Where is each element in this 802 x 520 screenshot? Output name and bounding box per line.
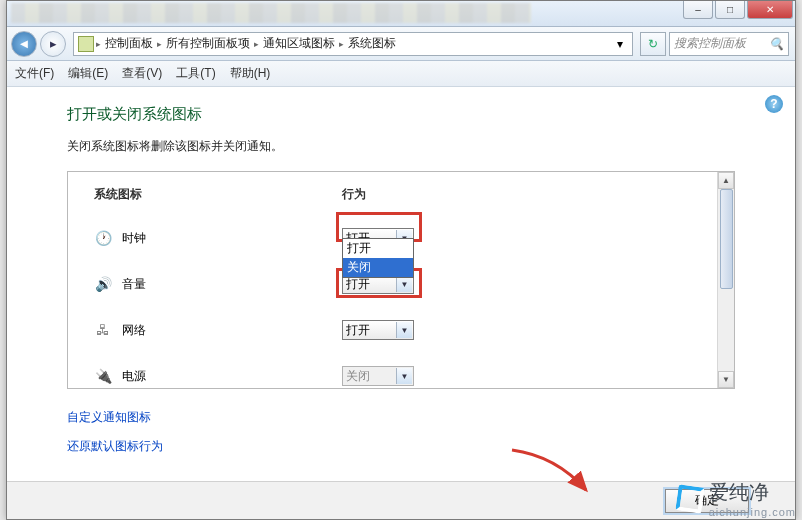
dropdown-option-open[interactable]: 打开 <box>343 239 413 258</box>
menu-tools[interactable]: 工具(T) <box>176 65 215 82</box>
menu-view[interactable]: 查看(V) <box>122 65 162 82</box>
breadcrumb-item[interactable]: 控制面板 <box>103 35 155 52</box>
title-bar: – □ ✕ <box>7 1 795 27</box>
breadcrumb-item[interactable]: 通知区域图标 <box>261 35 337 52</box>
nav-forward-button[interactable]: ▸ <box>40 31 66 57</box>
scrollbar[interactable]: ▲ ▼ <box>717 172 734 388</box>
dropdown-value: 打开 <box>346 276 370 293</box>
row-label: 时钟 <box>122 230 342 247</box>
content-area: ? 打开或关闭系统图标 关闭系统图标将删除该图标并关闭通知。 系统图标 行为 🕐… <box>7 87 795 481</box>
volume-icon: 🔊 <box>94 275 112 293</box>
control-panel-icon <box>78 36 94 52</box>
power-icon: 🔌 <box>94 367 112 385</box>
breadcrumb-sep: ▸ <box>96 39 101 49</box>
page-description: 关闭系统图标将删除该图标并关闭通知。 <box>67 138 735 155</box>
close-button[interactable]: ✕ <box>747 1 793 19</box>
ok-button[interactable]: 确定 <box>665 489 749 513</box>
search-placeholder: 搜索控制面板 <box>674 35 746 52</box>
clock-icon: 🕐 <box>94 229 112 247</box>
menu-file[interactable]: 文件(F) <box>15 65 54 82</box>
menu-edit[interactable]: 编辑(E) <box>68 65 108 82</box>
breadcrumb-item[interactable]: 系统图标 <box>346 35 398 52</box>
system-icons-listbox: 系统图标 行为 🕐 时钟 打开 ▼ 🔊 音量 打 <box>67 171 735 389</box>
column-header-name: 系统图标 <box>94 186 342 203</box>
link-customize-icons[interactable]: 自定义通知图标 <box>67 410 151 424</box>
row-power: 🔌 电源 关闭 ▼ <box>94 353 691 399</box>
network-icon: 🖧 <box>94 321 112 339</box>
address-breadcrumb[interactable]: ▸ 控制面板 ▸ 所有控制面板项 ▸ 通知区域图标 ▸ 系统图标 ▾ <box>73 32 633 56</box>
dropdown-power: 关闭 ▼ <box>342 366 414 386</box>
footer-bar: 确定 <box>7 481 795 519</box>
menu-help[interactable]: 帮助(H) <box>230 65 271 82</box>
chevron-down-icon: ▼ <box>396 276 412 292</box>
help-icon[interactable]: ? <box>765 95 783 113</box>
dropdown-value: 打开 <box>346 322 370 339</box>
dropdown-popup[interactable]: 打开 关闭 <box>342 238 414 278</box>
row-label: 音量 <box>122 276 342 293</box>
row-label: 网络 <box>122 322 342 339</box>
dropdown-value: 关闭 <box>346 368 370 385</box>
link-restore-defaults[interactable]: 还原默认图标行为 <box>67 439 163 453</box>
row-network: 🖧 网络 打开 ▼ <box>94 307 691 353</box>
breadcrumb-item[interactable]: 所有控制面板项 <box>164 35 252 52</box>
search-input[interactable]: 搜索控制面板 🔍 <box>669 32 789 56</box>
breadcrumb-sep: ▸ <box>254 39 259 49</box>
menu-bar: 文件(F) 编辑(E) 查看(V) 工具(T) 帮助(H) <box>7 61 795 87</box>
address-dropdown-icon[interactable]: ▾ <box>612 37 628 51</box>
chevron-down-icon: ▼ <box>396 322 412 338</box>
scroll-down-button[interactable]: ▼ <box>718 371 734 388</box>
row-label: 电源 <box>122 368 342 385</box>
column-header-action: 行为 <box>342 186 366 203</box>
nav-back-button[interactable]: ◄ <box>11 31 37 57</box>
maximize-button[interactable]: □ <box>715 1 745 19</box>
scroll-thumb[interactable] <box>720 189 733 289</box>
breadcrumb-sep: ▸ <box>339 39 344 49</box>
chevron-down-icon: ▼ <box>396 368 412 384</box>
breadcrumb-sep: ▸ <box>157 39 162 49</box>
minimize-button[interactable]: – <box>683 1 713 19</box>
titlebar-background <box>11 3 531 23</box>
refresh-button[interactable]: ↻ <box>640 32 666 56</box>
navigation-bar: ◄ ▸ ▸ 控制面板 ▸ 所有控制面板项 ▸ 通知区域图标 ▸ 系统图标 ▾ ↻… <box>7 27 795 61</box>
page-title: 打开或关闭系统图标 <box>67 105 735 124</box>
search-icon: 🔍 <box>769 37 784 51</box>
scroll-up-button[interactable]: ▲ <box>718 172 734 189</box>
dropdown-network[interactable]: 打开 ▼ <box>342 320 414 340</box>
dropdown-option-close[interactable]: 关闭 <box>343 258 413 277</box>
